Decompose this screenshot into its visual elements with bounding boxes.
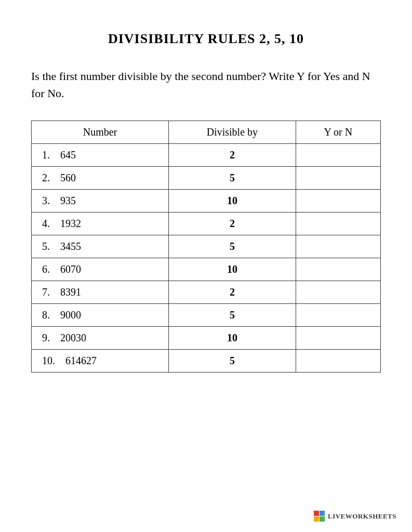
logo-cell-orange bbox=[314, 516, 319, 522]
cell-divisible-by: 2 bbox=[169, 281, 296, 304]
cell-answer[interactable] bbox=[296, 212, 380, 235]
table-row: 10. 6146275 bbox=[32, 350, 381, 373]
cell-number: 5. 3455 bbox=[32, 235, 169, 258]
cell-answer[interactable] bbox=[296, 144, 380, 167]
cell-divisible-by: 5 bbox=[169, 350, 296, 373]
cell-number: 8. 9000 bbox=[32, 304, 169, 327]
table-row: 5. 34555 bbox=[32, 235, 381, 258]
cell-divisible-by: 5 bbox=[169, 304, 296, 327]
cell-number: 10. 614627 bbox=[32, 350, 169, 373]
cell-divisible-by: 10 bbox=[169, 190, 296, 212]
cell-divisible-by: 5 bbox=[169, 235, 296, 258]
cell-answer[interactable] bbox=[296, 304, 380, 327]
logo-area: LIVEWORKSHEETS bbox=[314, 511, 396, 522]
logo-cell-green bbox=[320, 516, 325, 522]
cell-answer[interactable] bbox=[296, 327, 380, 350]
cell-number: 7. 8391 bbox=[32, 281, 169, 304]
table-row: 1. 6452 bbox=[32, 144, 381, 167]
page-title: DIVISIBILITY RULES 2, 5, 10 bbox=[31, 31, 381, 47]
page: DIVISIBILITY RULES 2, 5, 10 Is the first… bbox=[0, 0, 412, 532]
cell-divisible-by: 2 bbox=[169, 212, 296, 235]
table-header-row: Number Divisible by Y or N bbox=[32, 121, 381, 144]
cell-answer[interactable] bbox=[296, 190, 380, 212]
cell-divisible-by: 10 bbox=[169, 258, 296, 281]
cell-divisible-by: 2 bbox=[169, 144, 296, 167]
cell-answer[interactable] bbox=[296, 281, 380, 304]
table-row: 8. 90005 bbox=[32, 304, 381, 327]
cell-answer[interactable] bbox=[296, 258, 380, 281]
cell-divisible-by: 5 bbox=[169, 167, 296, 190]
col-header-y-or-n: Y or N bbox=[296, 121, 380, 144]
logo-cell-red bbox=[314, 511, 319, 516]
cell-number: 1. 645 bbox=[32, 144, 169, 167]
cell-number: 4. 1932 bbox=[32, 212, 169, 235]
cell-answer[interactable] bbox=[296, 235, 380, 258]
table-row: 2. 5605 bbox=[32, 167, 381, 190]
col-header-number: Number bbox=[32, 121, 169, 144]
cell-answer[interactable] bbox=[296, 167, 380, 190]
cell-answer[interactable] bbox=[296, 350, 380, 373]
divisibility-table: Number Divisible by Y or N 1. 64522. 560… bbox=[31, 121, 381, 373]
table-row: 3. 93510 bbox=[32, 190, 381, 212]
table-row: 9. 2003010 bbox=[32, 327, 381, 350]
logo-cell-blue bbox=[320, 511, 325, 516]
logo-icon bbox=[314, 511, 325, 522]
col-header-divisible-by: Divisible by bbox=[169, 121, 296, 144]
instructions-text: Is the first number divisible by the sec… bbox=[31, 68, 381, 102]
cell-divisible-by: 10 bbox=[169, 327, 296, 350]
cell-number: 2. 560 bbox=[32, 167, 169, 190]
table-row: 4. 19322 bbox=[32, 212, 381, 235]
cell-number: 9. 20030 bbox=[32, 327, 169, 350]
logo-text: LIVEWORKSHEETS bbox=[328, 512, 396, 521]
table-row: 6. 607010 bbox=[32, 258, 381, 281]
table-row: 7. 83912 bbox=[32, 281, 381, 304]
cell-number: 3. 935 bbox=[32, 190, 169, 212]
cell-number: 6. 6070 bbox=[32, 258, 169, 281]
